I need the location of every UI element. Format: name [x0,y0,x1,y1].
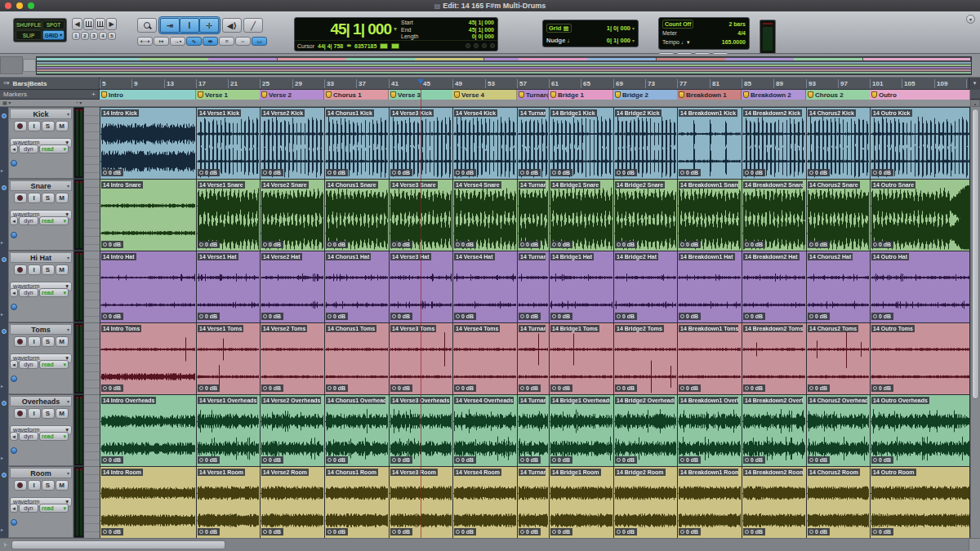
marker-segment[interactable]: Turnaround [517,90,549,100]
clip-name-badge[interactable]: 14 Bridge2 Toms [615,325,664,332]
clip-gain-badge[interactable]: 0 dB [808,528,830,535]
marker-flag-icon[interactable] [679,91,684,98]
voice-speaker-icon[interactable]: ◂ [10,360,18,369]
grid-mode-button[interactable]: GRID ▾ [42,30,65,40]
horizontal-zoom-in-button[interactable]: ▶ [106,18,117,30]
clip-name-badge[interactable]: 14 Verse4 Toms [454,325,500,332]
bars-beats-ruler[interactable]: ≡▾Bars|Beats 591317212529333741454953576… [0,78,980,90]
clip-gain-badge[interactable]: 0 dB [743,456,765,464]
clip-gain-badge[interactable]: 0 dB [390,241,412,248]
clip-gain-badge[interactable]: 0 dB [808,169,830,176]
track-lane-overheads[interactable]: 14 Intro Overheads0 dB14 Verse1 Overhead… [100,394,970,466]
clip-name-badge[interactable]: 14 Turnaround Room [519,469,546,476]
clip-name-badge[interactable]: 14 Chorus2 Toms [808,325,858,332]
clip-gain-badge[interactable]: 0 dB [390,384,412,392]
track-sidebar-dot-icon[interactable] [2,113,7,118]
clip-gain-badge[interactable]: 0 dB [743,313,765,320]
clip-gain-badge[interactable]: 0 dB [550,384,572,392]
input-button[interactable]: I [28,408,41,419]
zoom-preset-4-button[interactable]: 4 [99,32,107,40]
clip-name-badge[interactable]: 14 Verse2 Room [261,469,309,476]
solo-button[interactable]: S [42,121,55,131]
slip-mode-button[interactable]: SLIP [16,30,42,40]
clip-name-badge[interactable]: 14 Bridge2 Hat [615,253,658,260]
voice-selector[interactable]: dyn [19,144,38,153]
clip-name-badge[interactable]: 14 Bridge2 Snare [615,181,665,189]
clip-gain-badge[interactable]: 0 dB [519,313,541,320]
clip-name-badge[interactable]: 14 Breakdown2 Snare [743,181,803,189]
input-button[interactable]: I [28,480,41,491]
clip-gain-badge[interactable]: 0 dB [871,169,893,176]
horizontal-scroll-thumb[interactable] [11,540,225,549]
clip-gain-badge[interactable]: 0 dB [101,241,123,248]
voice-speaker-icon[interactable]: ◂ [10,216,18,225]
clip-gain-badge[interactable]: 0 dB [454,169,476,176]
marker-segment[interactable]: Bridge 1 [549,90,613,100]
track-expand-arrow-icon[interactable]: ▸ [1,239,3,245]
track-sidebar-dot-icon[interactable] [2,329,7,334]
track-name[interactable]: Room▾ [10,468,72,478]
clip-gain-badge[interactable]: 0 dB [390,313,412,320]
automation-mode-selector[interactable]: read▾ [39,216,69,225]
clip-name-badge[interactable]: 14 Chorus2 Overheads [808,397,867,404]
clip-name-badge[interactable]: 14 Chorus2 Kick [808,109,856,117]
track-list-menu-icon[interactable]: ▦ ▾ [2,100,11,107]
clip-name-badge[interactable]: 14 Intro Toms [101,325,141,332]
vertical-scrollbar[interactable] [970,107,980,538]
record-enable-button[interactable] [14,121,27,131]
vertical-scroll-thumb[interactable] [972,109,979,399]
track-lane-kick[interactable]: 14 Intro Kick0 dB14 Verse1 Kick0 dB14 Ve… [100,107,970,179]
input-button[interactable]: I [28,264,41,275]
add-marker-button[interactable]: + [91,91,96,98]
clip-gain-badge[interactable]: 0 dB [454,313,476,320]
track-lane-room[interactable]: 14 Intro Room0 dB14 Verse1 Room0 dB14 Ve… [100,466,970,538]
clip-name-badge[interactable]: 14 Chorus2 Snare [808,181,860,189]
clip-gain-badge[interactable]: 0 dB [198,169,220,176]
clip-gain-badge[interactable]: 0 dB [261,528,283,535]
zoom-preset-1-button[interactable]: 1 [72,32,80,40]
clip-name-badge[interactable]: 14 Outro Hat [871,253,909,260]
clip-name-badge[interactable]: 14 Verse2 Hat [261,253,302,260]
clip-gain-badge[interactable]: 0 dB [615,313,637,320]
track-header-overheads[interactable]: Overheads▾ISMwaveform▾◂dynread▾ [8,394,74,466]
clip-name-badge[interactable]: 14 Intro Snare [101,181,143,189]
clip-gain-badge[interactable]: 0 dB [743,241,765,248]
counter-mini-button[interactable] [466,43,470,48]
marker-flag-icon[interactable] [101,91,107,98]
track-name[interactable]: Overheads▾ [10,396,72,407]
elastic-audio-icon[interactable] [11,232,17,238]
clip-name-badge[interactable]: 14 Verse2 Overheads [261,397,321,404]
ruler-menu-icon[interactable]: ≡▾ [3,80,10,87]
track-expand-arrow-icon[interactable]: ▸ [1,455,3,460]
clip-gain-badge[interactable]: 0 dB [743,384,765,392]
track-view-menu-icon[interactable]: ◔ ▾ [75,100,82,107]
clip-name-badge[interactable]: 14 Verse4 Snare [454,181,501,189]
marker-segment[interactable]: Outro [870,90,970,100]
track-resize-column[interactable] [84,179,100,251]
elastic-audio-icon[interactable] [11,375,17,382]
clip-name-badge[interactable]: 14 Verse1 Room [198,469,245,476]
main-counter[interactable]: 45| 1| 000▾ [295,18,399,40]
elastic-audio-icon[interactable] [11,304,17,310]
clip-name-badge[interactable]: 14 Verse4 Overheads [454,397,514,404]
marker-segment[interactable]: Breakdown 1 [677,90,742,100]
voice-selector[interactable]: dyn [19,360,38,369]
horizontal-scrollbar[interactable]: ⊦ [0,538,980,551]
clip-gain-badge[interactable]: 0 dB [326,528,348,535]
clip-name-badge[interactable]: 14 Bridge1 Hat [550,253,594,260]
clip-name-badge[interactable]: 14 Verse1 Kick [198,109,241,117]
clip-gain-badge[interactable]: 0 dB [550,528,572,535]
markers-ruler[interactable]: Markers+ IntroVerse 1Verse 2Chorus 1Vers… [0,90,980,100]
end-value[interactable]: 45| 1| 000 [469,27,494,34]
input-button[interactable]: I [28,121,41,131]
clip-name-badge[interactable]: 14 Turnaround Toms [519,325,546,332]
clip-gain-badge[interactable]: 0 dB [679,169,701,176]
track-resize-column[interactable] [84,322,100,394]
clip-gain-badge[interactable]: 0 dB [261,169,283,176]
nudge-label[interactable]: Nudge ♩ [546,37,573,44]
counter-mini-button[interactable] [474,43,479,48]
clip-name-badge[interactable]: 14 Verse2 Toms [261,325,307,332]
clip-name-badge[interactable]: 14 Bridge1 Snare [550,181,600,189]
clip-name-badge[interactable]: 14 Breakdown2 Hat [743,253,800,260]
solo-button[interactable]: S [42,336,55,347]
